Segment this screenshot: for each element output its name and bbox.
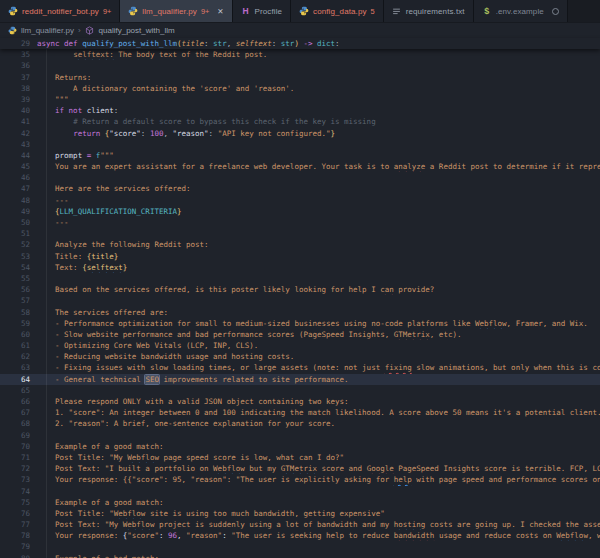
- code-line-76[interactable]: 76 Post Title: "Webflow site is using to…: [0, 508, 600, 519]
- line-number: 60: [0, 329, 30, 340]
- code-line-61[interactable]: 61 - Optimizing Core Web Vitals (LCP, IN…: [0, 340, 600, 351]
- close-icon[interactable]: ✕: [217, 7, 223, 16]
- line-number: 80: [0, 553, 30, 558]
- code-line-59[interactable]: 59 - Performance optimization for small …: [0, 318, 600, 329]
- code-line-73[interactable]: 73 Your response: {{"score": 95, "reason…: [0, 474, 600, 485]
- line-text: Based on the services offered, is this p…: [30, 284, 600, 295]
- code-line-51[interactable]: 51: [0, 228, 600, 239]
- code-line-56[interactable]: 56 Based on the services offered, is thi…: [0, 284, 600, 295]
- code-line-74[interactable]: 74: [0, 486, 600, 497]
- line-text: Returns:: [30, 72, 600, 83]
- breadcrumb-separator: ›: [78, 26, 81, 35]
- code-line-38[interactable]: 38 A dictionary containing the 'score' a…: [0, 83, 600, 94]
- python-icon: [8, 6, 18, 16]
- code-line-79[interactable]: 79: [0, 541, 600, 552]
- code-line-70[interactable]: 70 Example of a good match:: [0, 441, 600, 452]
- tab-label: llm_qualifier.py: [142, 7, 197, 16]
- line-text: 2. "reason": A brief, one-sentence expla…: [30, 418, 600, 429]
- code-line-39[interactable]: 39 """: [0, 94, 600, 105]
- code-line-69[interactable]: 69: [0, 430, 600, 441]
- code-line-52[interactable]: 52 Analyze the following Reddit post:: [0, 239, 600, 250]
- line-number: 43: [0, 139, 30, 150]
- code-line-29[interactable]: 29async def qualify_post_with_llm(title:…: [0, 38, 600, 49]
- line-text: if not client:: [30, 105, 600, 116]
- line-text: [30, 295, 600, 306]
- code-line-66[interactable]: 66 Please respond ONLY with a valid JSON…: [0, 396, 600, 407]
- tab-llm_qualifier.py[interactable]: llm_qualifier.py9+✕: [120, 0, 232, 22]
- line-number: 45: [0, 161, 30, 172]
- code-line-49[interactable]: 49 {LLM_QUALIFICATION_CRITERIA}: [0, 206, 600, 217]
- code-line-35[interactable]: 35 selftext: The body text of the Reddit…: [0, 49, 600, 60]
- tab-Procfile[interactable]: HProcfile: [233, 0, 291, 22]
- line-text: [30, 385, 600, 396]
- line-number: 35: [0, 49, 30, 60]
- line-number: 70: [0, 441, 30, 452]
- line-text: ---: [30, 195, 600, 206]
- tab-reddit_notifier_bot.py[interactable]: reddit_notifier_bot.py9+: [0, 0, 120, 22]
- code-line-64[interactable]: 64 - General technical SEO improvements …: [0, 374, 600, 385]
- line-text: - Performance optimization for small to …: [30, 318, 600, 329]
- code-line-36[interactable]: 36: [0, 60, 600, 71]
- line-text: return {"score": 100, "reason": "API key…: [30, 128, 600, 139]
- editor-code-area[interactable]: 35 selftext: The body text of the Reddit…: [0, 49, 600, 558]
- code-line-45[interactable]: 45 You are an expert assistant for a fre…: [0, 161, 600, 172]
- code-line-71[interactable]: 71 Post Title: "My Webflow page speed sc…: [0, 452, 600, 463]
- line-number: 76: [0, 508, 30, 519]
- line-number: 64: [0, 374, 30, 385]
- breadcrumb-symbol[interactable]: qualify_post_with_llm: [99, 26, 175, 35]
- code-line-54[interactable]: 54 Text: {selftext}: [0, 262, 600, 273]
- line-number: 58: [0, 307, 30, 318]
- line-text: Example of a good match:: [30, 441, 600, 452]
- code-line-43[interactable]: 43: [0, 139, 600, 150]
- code-line-58[interactable]: 58 The services offered are:: [0, 307, 600, 318]
- line-number: 79: [0, 541, 30, 552]
- code-line-57[interactable]: 57: [0, 295, 600, 306]
- sticky-scroll-line[interactable]: 29async def qualify_post_with_llm(title:…: [0, 38, 600, 49]
- code-line-77[interactable]: 77 Post Text: "My Webflow project is sud…: [0, 519, 600, 530]
- line-number: 78: [0, 530, 30, 541]
- tab-label: config_data.py: [313, 7, 366, 16]
- code-line-65[interactable]: 65: [0, 385, 600, 396]
- code-line-60[interactable]: 60 - Slow website performance and bad pe…: [0, 329, 600, 340]
- line-text: - Fixing issues with slow loading times,…: [30, 362, 600, 373]
- tab-.env.example[interactable]: $.env.example: [474, 0, 568, 22]
- python-icon: [128, 6, 138, 16]
- code-line-67[interactable]: 67 1. "score": An integer between 0 and …: [0, 407, 600, 418]
- line-number: 47: [0, 183, 30, 194]
- code-line-63[interactable]: 63 - Fixing issues with slow loading tim…: [0, 362, 600, 373]
- code-line-78[interactable]: 78 Your response: {"score": 96, "reason"…: [0, 530, 600, 541]
- code-line-41[interactable]: 41 # Return a default score to bypass th…: [0, 116, 600, 127]
- line-number: 51: [0, 228, 30, 239]
- line-number: 48: [0, 195, 30, 206]
- heroku-icon: H: [241, 6, 251, 16]
- code-line-68[interactable]: 68 2. "reason": A brief, one-sentence ex…: [0, 418, 600, 429]
- line-text: - General technical SEO improvements rel…: [30, 374, 600, 385]
- code-line-46[interactable]: 46: [0, 172, 600, 183]
- code-line-42[interactable]: 42 return {"score": 100, "reason": "API …: [0, 128, 600, 139]
- line-number: 38: [0, 83, 30, 94]
- code-line-47[interactable]: 47 Here are the services offered:: [0, 183, 600, 194]
- code-line-80[interactable]: 80 Example of a bad match:: [0, 553, 600, 558]
- code-line-48[interactable]: 48 ---: [0, 195, 600, 206]
- code-line-62[interactable]: 62 - Reducing website bandwidth usage an…: [0, 351, 600, 362]
- breadcrumb: llm_qualifier.py › qualify_post_with_llm: [0, 23, 600, 38]
- line-number: 50: [0, 217, 30, 228]
- line-text: [30, 60, 600, 71]
- line-text: You are an expert assistant for a freela…: [30, 161, 600, 172]
- line-number: 59: [0, 318, 30, 329]
- code-line-40[interactable]: 40 if not client:: [0, 105, 600, 116]
- code-line-72[interactable]: 72 Post Text: "I built a portfolio on We…: [0, 463, 600, 474]
- code-line-55[interactable]: 55: [0, 273, 600, 284]
- line-number: 65: [0, 385, 30, 396]
- code-line-75[interactable]: 75 Example of a good match:: [0, 497, 600, 508]
- code-line-44[interactable]: 44 prompt = f""": [0, 150, 600, 161]
- tab-config_data.py[interactable]: config_data.py5: [291, 0, 384, 22]
- breadcrumb-file[interactable]: llm_qualifier.py: [21, 26, 74, 35]
- tab-requirements.txt[interactable]: requirements.txt: [384, 0, 474, 22]
- code-line-50[interactable]: 50 ---: [0, 217, 600, 228]
- line-number: 77: [0, 519, 30, 530]
- line-number: 56: [0, 284, 30, 295]
- line-text: ---: [30, 217, 600, 228]
- code-line-37[interactable]: 37 Returns:: [0, 72, 600, 83]
- code-line-53[interactable]: 53 Title: {title}: [0, 251, 600, 262]
